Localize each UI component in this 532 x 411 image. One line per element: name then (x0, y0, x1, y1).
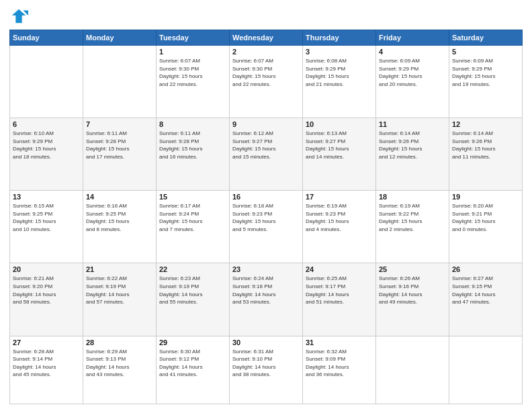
calendar-cell: 23Sunrise: 6:24 AM Sunset: 9:18 PM Dayli… (230, 263, 303, 336)
header (9, 7, 523, 26)
calendar-week-row: 6Sunrise: 6:10 AM Sunset: 9:29 PM Daylig… (10, 118, 523, 191)
calendar-cell: 3Sunrise: 6:08 AM Sunset: 9:29 PM Daylig… (303, 46, 376, 118)
day-info: Sunrise: 6:09 AM Sunset: 9:29 PM Dayligh… (379, 57, 446, 88)
day-number: 3 (306, 48, 373, 56)
calendar-cell: 29Sunrise: 6:30 AM Sunset: 9:12 PM Dayli… (157, 336, 230, 404)
day-of-week-header: Tuesday (157, 30, 230, 46)
calendar-cell: 11Sunrise: 6:14 AM Sunset: 9:26 PM Dayli… (376, 118, 449, 191)
day-info: Sunrise: 6:16 AM Sunset: 9:25 PM Dayligh… (86, 202, 153, 233)
calendar-cell: 15Sunrise: 6:17 AM Sunset: 9:24 PM Dayli… (157, 191, 230, 263)
logo-icon (9, 7, 28, 26)
day-number: 10 (306, 120, 373, 128)
day-info: Sunrise: 6:21 AM Sunset: 9:20 PM Dayligh… (13, 275, 80, 306)
day-number: 17 (306, 193, 373, 201)
day-info: Sunrise: 6:18 AM Sunset: 9:23 PM Dayligh… (232, 202, 300, 233)
calendar-cell: 6Sunrise: 6:10 AM Sunset: 9:29 PM Daylig… (10, 118, 83, 191)
day-info: Sunrise: 6:15 AM Sunset: 9:25 PM Dayligh… (13, 202, 80, 233)
calendar-cell: 13Sunrise: 6:15 AM Sunset: 9:25 PM Dayli… (10, 191, 83, 263)
calendar-cell: 20Sunrise: 6:21 AM Sunset: 9:20 PM Dayli… (10, 263, 83, 336)
day-number: 16 (232, 193, 300, 201)
calendar-cell (10, 46, 83, 118)
calendar-cell (83, 46, 157, 118)
day-info: Sunrise: 6:17 AM Sunset: 9:24 PM Dayligh… (159, 202, 226, 233)
day-info: Sunrise: 6:14 AM Sunset: 9:26 PM Dayligh… (452, 130, 519, 161)
day-number: 22 (159, 265, 226, 273)
day-number: 21 (86, 265, 153, 273)
day-of-week-header: Monday (83, 30, 157, 46)
calendar-cell: 16Sunrise: 6:18 AM Sunset: 9:23 PM Dayli… (230, 191, 303, 263)
day-number: 30 (232, 338, 300, 347)
calendar-week-row: 27Sunrise: 6:28 AM Sunset: 9:14 PM Dayli… (10, 336, 523, 404)
day-number: 24 (306, 265, 373, 273)
day-number: 27 (13, 338, 80, 347)
calendar-cell: 14Sunrise: 6:16 AM Sunset: 9:25 PM Dayli… (83, 191, 157, 263)
calendar-cell: 9Sunrise: 6:12 AM Sunset: 9:27 PM Daylig… (230, 118, 303, 191)
calendar-cell: 27Sunrise: 6:28 AM Sunset: 9:14 PM Dayli… (10, 336, 83, 404)
day-info: Sunrise: 6:20 AM Sunset: 9:21 PM Dayligh… (452, 202, 519, 233)
day-of-week-header: Friday (376, 30, 449, 46)
calendar-cell (376, 336, 449, 404)
day-of-week-header: Saturday (449, 30, 523, 46)
day-info: Sunrise: 6:12 AM Sunset: 9:27 PM Dayligh… (232, 130, 300, 161)
day-info: Sunrise: 6:09 AM Sunset: 9:29 PM Dayligh… (452, 57, 519, 88)
day-number: 13 (13, 193, 80, 201)
day-info: Sunrise: 6:31 AM Sunset: 9:10 PM Dayligh… (232, 348, 300, 379)
day-info: Sunrise: 6:23 AM Sunset: 9:19 PM Dayligh… (159, 275, 226, 306)
calendar-cell: 19Sunrise: 6:20 AM Sunset: 9:21 PM Dayli… (449, 191, 523, 263)
day-of-week-header: Sunday (10, 30, 83, 46)
day-info: Sunrise: 6:19 AM Sunset: 9:22 PM Dayligh… (379, 202, 446, 233)
day-info: Sunrise: 6:30 AM Sunset: 9:12 PM Dayligh… (159, 348, 226, 379)
day-info: Sunrise: 6:07 AM Sunset: 9:30 PM Dayligh… (159, 57, 226, 88)
calendar-cell: 25Sunrise: 6:26 AM Sunset: 9:16 PM Dayli… (376, 263, 449, 336)
day-number: 29 (159, 338, 226, 347)
calendar-week-row: 20Sunrise: 6:21 AM Sunset: 9:20 PM Dayli… (10, 263, 523, 336)
day-number: 28 (86, 338, 153, 347)
day-info: Sunrise: 6:27 AM Sunset: 9:15 PM Dayligh… (452, 275, 519, 306)
calendar-week-row: 13Sunrise: 6:15 AM Sunset: 9:25 PM Dayli… (10, 191, 523, 263)
day-info: Sunrise: 6:22 AM Sunset: 9:19 PM Dayligh… (86, 275, 153, 306)
day-number: 18 (379, 193, 446, 201)
calendar-cell: 12Sunrise: 6:14 AM Sunset: 9:26 PM Dayli… (449, 118, 523, 191)
svg-marker-0 (12, 9, 26, 24)
day-info: Sunrise: 6:10 AM Sunset: 9:29 PM Dayligh… (13, 130, 80, 161)
day-number: 26 (452, 265, 519, 273)
day-info: Sunrise: 6:19 AM Sunset: 9:23 PM Dayligh… (306, 202, 373, 233)
day-number: 31 (306, 338, 373, 347)
day-number: 1 (159, 48, 226, 56)
calendar-cell: 26Sunrise: 6:27 AM Sunset: 9:15 PM Dayli… (449, 263, 523, 336)
day-info: Sunrise: 6:25 AM Sunset: 9:17 PM Dayligh… (306, 275, 373, 306)
day-number: 20 (13, 265, 80, 273)
calendar-cell: 1Sunrise: 6:07 AM Sunset: 9:30 PM Daylig… (157, 46, 230, 118)
day-number: 7 (86, 120, 153, 128)
day-info: Sunrise: 6:13 AM Sunset: 9:27 PM Dayligh… (306, 130, 373, 161)
calendar-cell: 28Sunrise: 6:29 AM Sunset: 9:13 PM Dayli… (83, 336, 157, 404)
day-of-week-header: Thursday (303, 30, 376, 46)
day-number: 5 (452, 48, 519, 56)
logo (9, 7, 31, 26)
day-info: Sunrise: 6:14 AM Sunset: 9:26 PM Dayligh… (379, 130, 446, 161)
calendar-container: SundayMondayTuesdayWednesdayThursdayFrid… (0, 0, 532, 411)
calendar-header-row: SundayMondayTuesdayWednesdayThursdayFrid… (10, 30, 523, 46)
day-number: 23 (232, 265, 300, 273)
calendar-cell (449, 336, 523, 404)
day-number: 14 (86, 193, 153, 201)
calendar-cell: 8Sunrise: 6:11 AM Sunset: 9:28 PM Daylig… (157, 118, 230, 191)
day-number: 2 (232, 48, 300, 56)
day-info: Sunrise: 6:24 AM Sunset: 9:18 PM Dayligh… (232, 275, 300, 306)
day-info: Sunrise: 6:11 AM Sunset: 9:28 PM Dayligh… (86, 130, 153, 161)
calendar-cell: 31Sunrise: 6:32 AM Sunset: 9:09 PM Dayli… (303, 336, 376, 404)
calendar-table: SundayMondayTuesdayWednesdayThursdayFrid… (9, 30, 523, 404)
day-number: 8 (159, 120, 226, 128)
calendar-cell: 24Sunrise: 6:25 AM Sunset: 9:17 PM Dayli… (303, 263, 376, 336)
day-info: Sunrise: 6:32 AM Sunset: 9:09 PM Dayligh… (306, 348, 373, 379)
day-info: Sunrise: 6:28 AM Sunset: 9:14 PM Dayligh… (13, 348, 80, 379)
calendar-cell: 18Sunrise: 6:19 AM Sunset: 9:22 PM Dayli… (376, 191, 449, 263)
calendar-cell: 17Sunrise: 6:19 AM Sunset: 9:23 PM Dayli… (303, 191, 376, 263)
calendar-cell: 10Sunrise: 6:13 AM Sunset: 9:27 PM Dayli… (303, 118, 376, 191)
calendar-cell: 7Sunrise: 6:11 AM Sunset: 9:28 PM Daylig… (83, 118, 157, 191)
day-number: 12 (452, 120, 519, 128)
day-number: 25 (379, 265, 446, 273)
calendar-cell: 5Sunrise: 6:09 AM Sunset: 9:29 PM Daylig… (449, 46, 523, 118)
day-info: Sunrise: 6:07 AM Sunset: 9:30 PM Dayligh… (232, 57, 300, 88)
day-info: Sunrise: 6:11 AM Sunset: 9:28 PM Dayligh… (159, 130, 226, 161)
